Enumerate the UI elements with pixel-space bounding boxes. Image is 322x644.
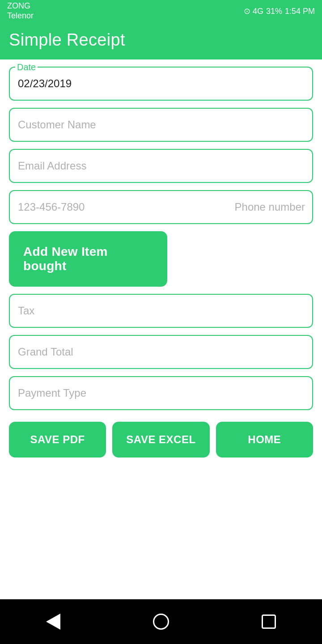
home-nav-button[interactable] [153,614,169,630]
email-input[interactable] [9,149,313,183]
battery-label: 31% [266,7,282,16]
app-header: Simple Receipt [0,22,322,59]
back-nav-button[interactable] [46,614,60,630]
phone-input[interactable] [9,190,313,224]
recent-icon [262,614,276,629]
grand-total-field-group [9,335,313,369]
carrier1-label: ZONG [7,1,34,11]
main-content: Date Phone number Add New Item bought SA… [0,59,322,599]
home-icon [153,614,169,630]
date-label: Date [15,62,38,72]
carrier-info: ZONG Telenor [7,1,34,21]
tax-input[interactable] [9,294,313,328]
app-title: Simple Receipt [9,30,125,49]
payment-type-field-group [9,376,313,410]
save-excel-button[interactable]: SAVE EXCEL [112,422,209,458]
navigation-bar [0,599,322,644]
payment-type-input[interactable] [9,376,313,410]
time-label: 1:54 PM [285,7,315,16]
add-new-item-button[interactable]: Add New Item bought [9,231,167,287]
customer-name-input[interactable] [9,108,313,142]
tax-field-group [9,294,313,328]
status-bar: ZONG Telenor ⊙ 4G 31% 1:54 PM [0,0,322,22]
status-indicators: ⊙ 4G 31% 1:54 PM [244,6,315,16]
grand-total-input[interactable] [9,335,313,369]
date-input[interactable] [9,67,313,101]
date-field-group: Date [9,67,313,101]
save-pdf-button[interactable]: SAVE PDF [9,422,106,458]
signal-icon: ⊙ 4G [244,6,263,16]
carrier2-label: Telenor [7,11,34,21]
customer-name-field-group [9,108,313,142]
email-field-group [9,149,313,183]
home-button[interactable]: HOME [216,422,313,458]
back-icon [46,614,60,630]
recent-nav-button[interactable] [262,614,276,629]
action-buttons: SAVE PDF SAVE EXCEL HOME [9,422,313,458]
phone-field-group: Phone number [9,190,313,224]
